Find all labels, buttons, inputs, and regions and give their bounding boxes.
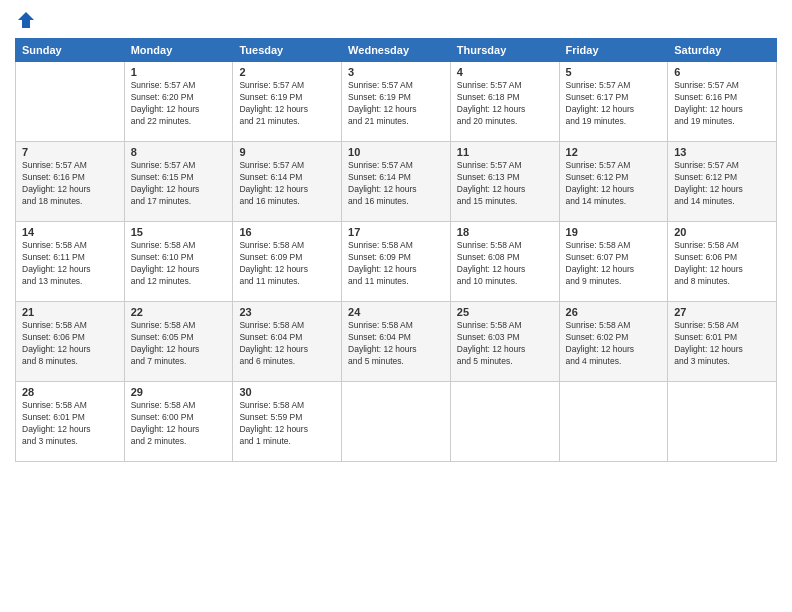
weekday-header-sunday: Sunday <box>16 39 125 62</box>
calendar-cell: 24Sunrise: 5:58 AM Sunset: 6:04 PM Dayli… <box>342 302 451 382</box>
logo <box>15 10 36 30</box>
day-info: Sunrise: 5:58 AM Sunset: 6:06 PM Dayligh… <box>22 320 118 368</box>
day-number: 17 <box>348 226 444 238</box>
day-number: 2 <box>239 66 335 78</box>
day-info: Sunrise: 5:58 AM Sunset: 5:59 PM Dayligh… <box>239 400 335 448</box>
day-number: 3 <box>348 66 444 78</box>
calendar-cell <box>450 382 559 462</box>
calendar-cell: 1Sunrise: 5:57 AM Sunset: 6:20 PM Daylig… <box>124 62 233 142</box>
day-number: 10 <box>348 146 444 158</box>
day-number: 8 <box>131 146 227 158</box>
week-row-3: 14Sunrise: 5:58 AM Sunset: 6:11 PM Dayli… <box>16 222 777 302</box>
svg-marker-0 <box>18 12 34 28</box>
day-info: Sunrise: 5:58 AM Sunset: 6:01 PM Dayligh… <box>674 320 770 368</box>
day-info: Sunrise: 5:57 AM Sunset: 6:13 PM Dayligh… <box>457 160 553 208</box>
logo-text <box>15 10 36 32</box>
calendar-cell: 21Sunrise: 5:58 AM Sunset: 6:06 PM Dayli… <box>16 302 125 382</box>
day-info: Sunrise: 5:58 AM Sunset: 6:08 PM Dayligh… <box>457 240 553 288</box>
weekday-header-wednesday: Wednesday <box>342 39 451 62</box>
day-info: Sunrise: 5:58 AM Sunset: 6:09 PM Dayligh… <box>239 240 335 288</box>
day-number: 4 <box>457 66 553 78</box>
day-number: 5 <box>566 66 662 78</box>
day-info: Sunrise: 5:58 AM Sunset: 6:04 PM Dayligh… <box>239 320 335 368</box>
calendar-cell: 13Sunrise: 5:57 AM Sunset: 6:12 PM Dayli… <box>668 142 777 222</box>
day-info: Sunrise: 5:58 AM Sunset: 6:00 PM Dayligh… <box>131 400 227 448</box>
week-row-2: 7Sunrise: 5:57 AM Sunset: 6:16 PM Daylig… <box>16 142 777 222</box>
day-number: 27 <box>674 306 770 318</box>
weekday-header-saturday: Saturday <box>668 39 777 62</box>
day-info: Sunrise: 5:57 AM Sunset: 6:14 PM Dayligh… <box>239 160 335 208</box>
calendar-cell: 2Sunrise: 5:57 AM Sunset: 6:19 PM Daylig… <box>233 62 342 142</box>
day-info: Sunrise: 5:58 AM Sunset: 6:01 PM Dayligh… <box>22 400 118 448</box>
day-number: 20 <box>674 226 770 238</box>
day-number: 28 <box>22 386 118 398</box>
calendar-cell: 25Sunrise: 5:58 AM Sunset: 6:03 PM Dayli… <box>450 302 559 382</box>
day-info: Sunrise: 5:58 AM Sunset: 6:09 PM Dayligh… <box>348 240 444 288</box>
calendar-cell: 11Sunrise: 5:57 AM Sunset: 6:13 PM Dayli… <box>450 142 559 222</box>
day-number: 21 <box>22 306 118 318</box>
week-row-5: 28Sunrise: 5:58 AM Sunset: 6:01 PM Dayli… <box>16 382 777 462</box>
day-number: 29 <box>131 386 227 398</box>
weekday-header-row: SundayMondayTuesdayWednesdayThursdayFrid… <box>16 39 777 62</box>
logo-icon <box>16 10 36 30</box>
day-number: 18 <box>457 226 553 238</box>
day-number: 16 <box>239 226 335 238</box>
calendar-cell <box>559 382 668 462</box>
day-number: 24 <box>348 306 444 318</box>
calendar-cell: 27Sunrise: 5:58 AM Sunset: 6:01 PM Dayli… <box>668 302 777 382</box>
day-number: 30 <box>239 386 335 398</box>
day-info: Sunrise: 5:58 AM Sunset: 6:05 PM Dayligh… <box>131 320 227 368</box>
day-info: Sunrise: 5:57 AM Sunset: 6:12 PM Dayligh… <box>566 160 662 208</box>
calendar-cell: 22Sunrise: 5:58 AM Sunset: 6:05 PM Dayli… <box>124 302 233 382</box>
day-number: 26 <box>566 306 662 318</box>
calendar-cell: 10Sunrise: 5:57 AM Sunset: 6:14 PM Dayli… <box>342 142 451 222</box>
day-info: Sunrise: 5:57 AM Sunset: 6:16 PM Dayligh… <box>674 80 770 128</box>
calendar-cell: 30Sunrise: 5:58 AM Sunset: 5:59 PM Dayli… <box>233 382 342 462</box>
calendar-cell: 26Sunrise: 5:58 AM Sunset: 6:02 PM Dayli… <box>559 302 668 382</box>
calendar-cell: 16Sunrise: 5:58 AM Sunset: 6:09 PM Dayli… <box>233 222 342 302</box>
day-number: 14 <box>22 226 118 238</box>
calendar-cell: 18Sunrise: 5:58 AM Sunset: 6:08 PM Dayli… <box>450 222 559 302</box>
day-info: Sunrise: 5:58 AM Sunset: 6:02 PM Dayligh… <box>566 320 662 368</box>
calendar-cell: 7Sunrise: 5:57 AM Sunset: 6:16 PM Daylig… <box>16 142 125 222</box>
weekday-header-friday: Friday <box>559 39 668 62</box>
day-number: 15 <box>131 226 227 238</box>
calendar-cell: 20Sunrise: 5:58 AM Sunset: 6:06 PM Dayli… <box>668 222 777 302</box>
day-info: Sunrise: 5:57 AM Sunset: 6:17 PM Dayligh… <box>566 80 662 128</box>
calendar-cell: 19Sunrise: 5:58 AM Sunset: 6:07 PM Dayli… <box>559 222 668 302</box>
calendar-cell: 14Sunrise: 5:58 AM Sunset: 6:11 PM Dayli… <box>16 222 125 302</box>
day-number: 11 <box>457 146 553 158</box>
weekday-header-tuesday: Tuesday <box>233 39 342 62</box>
calendar-cell: 5Sunrise: 5:57 AM Sunset: 6:17 PM Daylig… <box>559 62 668 142</box>
day-number: 6 <box>674 66 770 78</box>
day-info: Sunrise: 5:57 AM Sunset: 6:19 PM Dayligh… <box>239 80 335 128</box>
calendar-cell <box>342 382 451 462</box>
page: SundayMondayTuesdayWednesdayThursdayFrid… <box>0 0 792 612</box>
day-number: 23 <box>239 306 335 318</box>
calendar-cell: 29Sunrise: 5:58 AM Sunset: 6:00 PM Dayli… <box>124 382 233 462</box>
day-info: Sunrise: 5:58 AM Sunset: 6:11 PM Dayligh… <box>22 240 118 288</box>
day-info: Sunrise: 5:57 AM Sunset: 6:15 PM Dayligh… <box>131 160 227 208</box>
day-number: 13 <box>674 146 770 158</box>
header <box>15 10 777 30</box>
day-number: 12 <box>566 146 662 158</box>
calendar-cell: 15Sunrise: 5:58 AM Sunset: 6:10 PM Dayli… <box>124 222 233 302</box>
calendar-cell: 8Sunrise: 5:57 AM Sunset: 6:15 PM Daylig… <box>124 142 233 222</box>
day-info: Sunrise: 5:57 AM Sunset: 6:18 PM Dayligh… <box>457 80 553 128</box>
calendar-table: SundayMondayTuesdayWednesdayThursdayFrid… <box>15 38 777 462</box>
day-info: Sunrise: 5:57 AM Sunset: 6:19 PM Dayligh… <box>348 80 444 128</box>
day-info: Sunrise: 5:58 AM Sunset: 6:07 PM Dayligh… <box>566 240 662 288</box>
calendar-cell: 4Sunrise: 5:57 AM Sunset: 6:18 PM Daylig… <box>450 62 559 142</box>
day-number: 9 <box>239 146 335 158</box>
calendar-cell: 17Sunrise: 5:58 AM Sunset: 6:09 PM Dayli… <box>342 222 451 302</box>
weekday-header-monday: Monday <box>124 39 233 62</box>
day-info: Sunrise: 5:57 AM Sunset: 6:14 PM Dayligh… <box>348 160 444 208</box>
calendar-cell <box>16 62 125 142</box>
calendar-cell: 3Sunrise: 5:57 AM Sunset: 6:19 PM Daylig… <box>342 62 451 142</box>
calendar-cell: 12Sunrise: 5:57 AM Sunset: 6:12 PM Dayli… <box>559 142 668 222</box>
week-row-4: 21Sunrise: 5:58 AM Sunset: 6:06 PM Dayli… <box>16 302 777 382</box>
calendar-cell: 23Sunrise: 5:58 AM Sunset: 6:04 PM Dayli… <box>233 302 342 382</box>
day-info: Sunrise: 5:57 AM Sunset: 6:20 PM Dayligh… <box>131 80 227 128</box>
day-info: Sunrise: 5:57 AM Sunset: 6:12 PM Dayligh… <box>674 160 770 208</box>
calendar-cell <box>668 382 777 462</box>
